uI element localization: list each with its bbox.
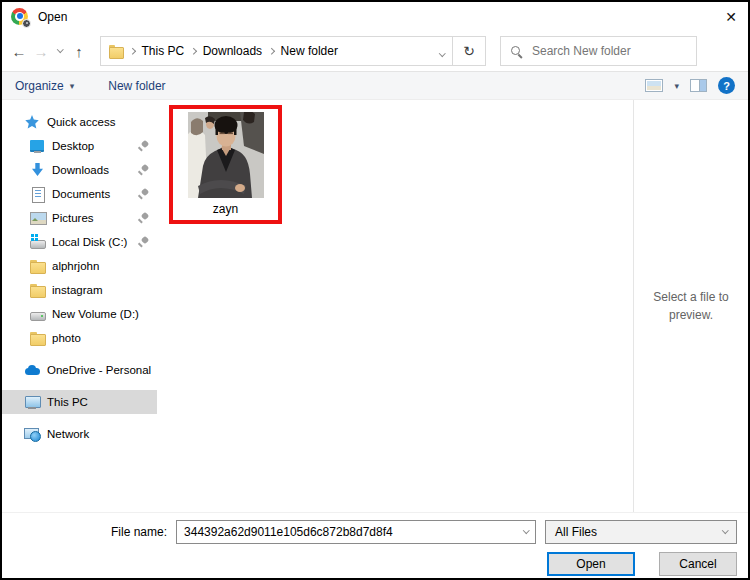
sidebar-item-label: alphrjohn	[52, 260, 99, 272]
navigation-sidebar: Quick access Desktop Downloads Documents…	[2, 100, 157, 512]
chevron-down-icon[interactable]	[523, 527, 529, 533]
breadcrumb-item-this-pc[interactable]: This PC	[142, 44, 185, 58]
pin-icon	[137, 188, 149, 200]
chevron-down-icon	[57, 46, 63, 52]
search-input[interactable]	[532, 44, 687, 58]
open-button[interactable]: Open	[547, 552, 635, 576]
sidebar-item-label: photo	[52, 332, 81, 344]
command-toolbar: Organize ▾ New folder ▾ ?	[2, 71, 748, 100]
breadcrumb: This PC Downloads New folder	[101, 37, 452, 65]
buttons-row: Open Cancel	[2, 552, 737, 576]
chrome-app-icon	[11, 8, 29, 26]
folder-icon	[29, 258, 46, 274]
sidebar-item-label: instagram	[52, 284, 103, 296]
pin-icon	[137, 212, 149, 224]
chevron-down-icon	[722, 527, 728, 533]
file-type-value: All Files	[555, 525, 597, 539]
pictures-icon	[29, 210, 46, 226]
close-icon[interactable]: ✕	[714, 2, 748, 31]
sidebar-item-instagram[interactable]: instagram	[2, 278, 157, 302]
downloads-icon	[29, 162, 46, 178]
dialog-body: Quick access Desktop Downloads Documents…	[2, 100, 748, 512]
desktop-icon	[29, 138, 46, 154]
this-pc-icon	[24, 394, 41, 410]
file-item-zayn[interactable]: zayn	[169, 105, 282, 224]
zayn-photo-thumbnail	[188, 112, 264, 198]
sidebar-item-label: Network	[47, 428, 89, 440]
local-disk-icon	[29, 234, 46, 250]
views-dropdown-icon[interactable]: ▾	[674, 81, 679, 91]
documents-icon	[29, 186, 46, 202]
sidebar-item-label: Downloads	[52, 164, 109, 176]
navigation-bar: ← → ↑ This PC Downloads New folder ↻	[2, 31, 748, 71]
refresh-button[interactable]: ↻	[453, 37, 485, 65]
sidebar-item-documents[interactable]: Documents	[2, 182, 157, 206]
breadcrumb-item-new-folder[interactable]: New folder	[281, 44, 338, 58]
thumbnail-view-icon[interactable]	[645, 79, 663, 92]
organize-label: Organize	[15, 79, 64, 93]
cancel-button[interactable]: Cancel	[659, 552, 737, 576]
folder-icon	[29, 282, 46, 298]
sidebar-item-alphrjohn[interactable]: alphrjohn	[2, 254, 157, 278]
new-folder-button[interactable]: New folder	[108, 79, 165, 93]
address-dropdown-button[interactable]	[440, 44, 445, 58]
folder-icon	[29, 330, 46, 346]
drive-icon	[29, 306, 46, 322]
sidebar-item-new-volume-d[interactable]: New Volume (D:)	[2, 302, 157, 326]
pin-icon	[137, 236, 149, 248]
sidebar-item-quick-access[interactable]: Quick access	[2, 110, 157, 134]
sidebar-item-photo[interactable]: photo	[2, 326, 157, 350]
sidebar-item-this-pc[interactable]: This PC	[2, 390, 157, 414]
recent-locations-button[interactable]	[52, 39, 68, 63]
folder-icon	[109, 45, 123, 57]
sidebar-item-label: Pictures	[52, 212, 94, 224]
preview-pane-icon[interactable]	[690, 79, 707, 92]
window-title: Open	[38, 10, 67, 24]
sidebar-item-label: New Volume (D:)	[52, 308, 139, 320]
file-name-label: zayn	[213, 202, 238, 216]
sidebar-item-network[interactable]: Network	[2, 422, 157, 446]
help-icon[interactable]: ?	[718, 77, 735, 94]
sidebar-item-pictures[interactable]: Pictures	[2, 206, 157, 230]
file-list-area: zayn	[157, 100, 633, 512]
quick-access-icon	[24, 114, 41, 130]
address-bar: This PC Downloads New folder ↻	[100, 36, 486, 66]
pin-icon	[137, 164, 149, 176]
chevron-down-icon	[439, 50, 445, 56]
toolbar-view-controls: ▾ ?	[645, 77, 735, 94]
back-button[interactable]: ←	[8, 39, 30, 63]
file-name-row: File name: All Files	[2, 520, 737, 544]
forward-button[interactable]: →	[30, 39, 52, 63]
file-name-input[interactable]	[184, 525, 517, 539]
breadcrumb-item-downloads[interactable]: Downloads	[203, 44, 262, 58]
up-button[interactable]: ↑	[68, 39, 90, 63]
sidebar-item-label: Quick access	[47, 116, 115, 128]
sidebar-item-onedrive[interactable]: OneDrive - Personal	[2, 358, 157, 382]
file-type-dropdown[interactable]: All Files	[545, 520, 737, 544]
open-file-dialog: Open ✕ ← → ↑ This PC Downloads New folde…	[0, 0, 750, 580]
file-name-field-label: File name:	[111, 525, 167, 539]
onedrive-cloud-icon	[24, 362, 41, 378]
breadcrumb-separator-icon	[129, 48, 135, 54]
sidebar-item-local-disk-c[interactable]: Local Disk (C:)	[2, 230, 157, 254]
gear-badge-icon	[22, 19, 31, 28]
sidebar-item-label: This PC	[47, 396, 88, 408]
pin-icon	[137, 140, 149, 152]
sidebar-item-label: Documents	[52, 188, 110, 200]
network-icon	[24, 426, 41, 442]
caret-down-icon: ▾	[70, 81, 75, 91]
breadcrumb-separator-icon	[190, 48, 196, 54]
sidebar-item-label: Desktop	[52, 140, 94, 152]
preview-message: Select a file to preview.	[646, 288, 736, 324]
sidebar-item-downloads[interactable]: Downloads	[2, 158, 157, 182]
organize-button[interactable]: Organize ▾	[15, 79, 74, 93]
title-bar: Open ✕	[2, 2, 748, 31]
breadcrumb-separator-icon	[268, 48, 274, 54]
sidebar-item-label: OneDrive - Personal	[47, 364, 151, 376]
search-box	[500, 36, 697, 66]
search-icon	[510, 45, 523, 58]
sidebar-item-label: Local Disk (C:)	[52, 236, 127, 248]
sidebar-item-desktop[interactable]: Desktop	[2, 134, 157, 158]
preview-pane: Select a file to preview.	[633, 100, 748, 512]
file-name-combobox	[176, 520, 536, 544]
